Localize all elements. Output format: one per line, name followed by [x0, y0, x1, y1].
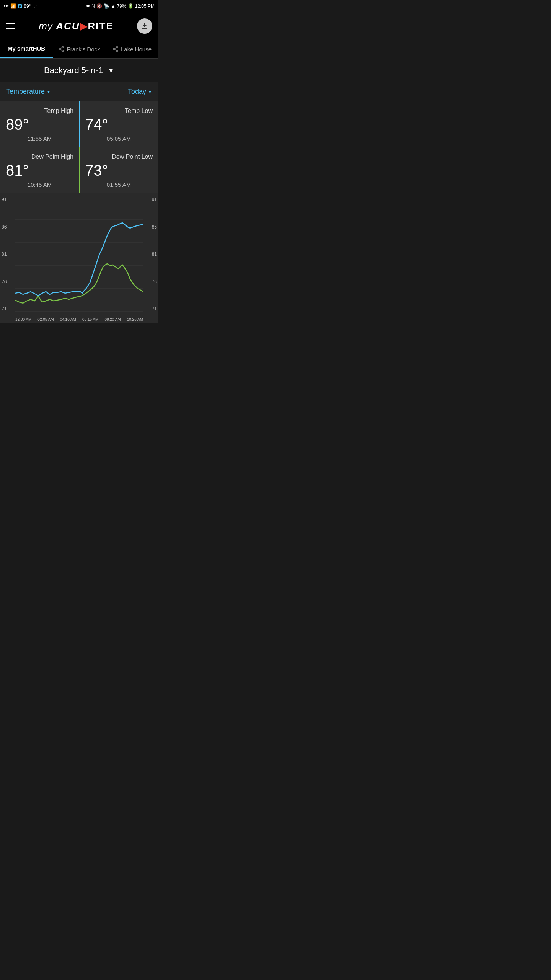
stat-card-temp-low: Temp Low 74° 05:05 AM	[79, 101, 158, 147]
tab-franks-dock[interactable]: Frank's Dock	[53, 40, 106, 58]
device-name: Backyard 5-in-1	[44, 65, 103, 75]
tab-franks-dock-label: Frank's Dock	[67, 46, 100, 52]
tab-lake-house-label: Lake House	[121, 46, 152, 52]
temperature-chart: 91 86 81 76 71 91 86 81 76 71 12:00 AM 0…	[0, 193, 158, 323]
stat-temp-high-value: 89°	[6, 116, 73, 133]
chart-svg	[15, 197, 143, 312]
app-header: my ACU▶RITE	[0, 12, 158, 40]
stat-dew-high-label: Dew Point High	[6, 154, 73, 160]
hamburger-line-1	[6, 23, 15, 24]
stats-grid: Temp High 89° 11:55 AM Temp Low 74° 05:0…	[0, 101, 158, 193]
y-label-86-left: 86	[2, 224, 7, 230]
bluetooth-icon: ✱	[86, 3, 90, 9]
stat-card-dew-high: Dew Point High 81° 10:45 AM	[0, 147, 79, 193]
temperature-line	[15, 223, 143, 296]
svg-line-10	[115, 47, 117, 49]
battery-icon: 🔋	[128, 3, 134, 9]
shield-icon: 🛡	[32, 3, 37, 9]
clock: 12:05 PM	[135, 3, 155, 9]
y-label-71-left: 71	[2, 306, 7, 312]
nfc-icon: N	[91, 3, 95, 9]
status-bar: ••• 📶 P 89° 🛡 ✱ N 🔇 📡 ▲ 79% 🔋 12:05 PM	[0, 0, 158, 12]
x-label-4: 08:20 AM	[104, 317, 121, 322]
svg-point-3	[62, 50, 64, 52]
stat-card-temp-high: Temp High 89° 11:55 AM	[0, 101, 79, 147]
y-label-76-left: 76	[2, 279, 7, 284]
download-button[interactable]	[137, 18, 152, 34]
download-icon	[140, 22, 149, 30]
logo-arrow: ▶	[80, 20, 88, 32]
svg-point-2	[59, 48, 60, 50]
status-left: ••• 📶 P 89° 🛡	[4, 3, 37, 9]
stat-card-dew-low: Dew Point Low 73° 01:55 AM	[79, 147, 158, 193]
y-label-76-right: 76	[152, 279, 157, 284]
device-selector[interactable]: Backyard 5-in-1 ▼	[0, 59, 158, 82]
stat-dew-low-time: 01:55 AM	[85, 181, 153, 188]
tab-my-smarthub[interactable]: My smartHUB	[0, 40, 53, 58]
hamburger-line-2	[6, 26, 15, 26]
wifi-icon: 📡	[104, 3, 109, 9]
hamburger-line-3	[6, 28, 15, 29]
stat-dew-high-time: 10:45 AM	[6, 181, 73, 188]
svg-line-5	[60, 47, 62, 49]
y-label-91-right: 91	[152, 197, 157, 202]
hamburger-menu[interactable]	[6, 23, 15, 29]
nav-tabs: My smartHUB Frank's Dock Lake House	[0, 40, 158, 59]
logo-acu: ACU	[56, 20, 80, 32]
temp-status: 89°	[24, 3, 31, 9]
time-selector[interactable]: Today ▼	[128, 88, 152, 96]
y-label-71-right: 71	[152, 306, 157, 312]
dots-icon: •••	[4, 3, 9, 9]
x-label-5: 10:26 AM	[127, 317, 143, 322]
y-label-91-left: 91	[2, 197, 7, 202]
logo-my: my	[39, 20, 53, 32]
time-dropdown-arrow: ▼	[148, 89, 152, 95]
logo-rite: RITE	[88, 20, 114, 32]
x-label-2: 04:10 AM	[60, 317, 76, 322]
svg-point-8	[116, 50, 118, 52]
stat-temp-low-value: 74°	[85, 116, 153, 133]
stat-temp-low-time: 05:05 AM	[85, 136, 153, 142]
x-label-1: 02:05 AM	[37, 317, 54, 322]
share-icon-franks	[58, 46, 64, 52]
stat-dew-high-value: 81°	[6, 162, 73, 179]
status-right: ✱ N 🔇 📡 ▲ 79% 🔋 12:05 PM	[86, 3, 155, 9]
tab-my-smarthub-label: My smartHUB	[8, 45, 45, 52]
x-label-3: 06:15 AM	[82, 317, 98, 322]
controls-row: Temperature ▼ Today ▼	[0, 82, 158, 101]
y-label-81-right: 81	[152, 252, 157, 257]
svg-point-7	[113, 48, 115, 50]
time-label: Today	[128, 88, 146, 96]
metric-dropdown-arrow: ▼	[46, 89, 51, 95]
stat-temp-high-label: Temp High	[6, 108, 73, 114]
svg-rect-0	[142, 28, 147, 29]
battery-level: 79%	[117, 3, 126, 9]
device-selector-chevron: ▼	[108, 67, 114, 75]
app-logo: my ACU▶RITE	[39, 20, 113, 32]
svg-point-1	[62, 46, 64, 48]
stat-dew-low-label: Dew Point Low	[85, 154, 153, 160]
chart-y-labels-right: 91 86 81 76 71	[152, 197, 157, 312]
x-label-0: 12:00 AM	[15, 317, 31, 322]
svg-point-6	[116, 46, 118, 48]
svg-line-9	[115, 49, 117, 51]
share-icon-lake	[112, 46, 119, 52]
signal-icon: 📶	[10, 3, 16, 9]
stat-temp-low-label: Temp Low	[85, 108, 153, 114]
metric-label: Temperature	[6, 88, 45, 96]
stat-temp-high-time: 11:55 AM	[6, 136, 73, 142]
tab-lake-house[interactable]: Lake House	[106, 40, 158, 58]
chart-x-labels: 12:00 AM 02:05 AM 04:10 AM 06:15 AM 08:2…	[15, 317, 143, 322]
stat-dew-low-value: 73°	[85, 162, 153, 179]
dewpoint-line	[15, 264, 143, 303]
y-label-86-right: 86	[152, 224, 157, 230]
svg-line-4	[60, 49, 62, 51]
signal-bars-icon: ▲	[111, 3, 116, 9]
chart-y-labels-left: 91 86 81 76 71	[2, 197, 7, 312]
mute-icon: 🔇	[96, 3, 102, 9]
parking-icon: P	[18, 4, 23, 8]
metric-selector[interactable]: Temperature ▼	[6, 88, 51, 96]
y-label-81-left: 81	[2, 252, 7, 257]
